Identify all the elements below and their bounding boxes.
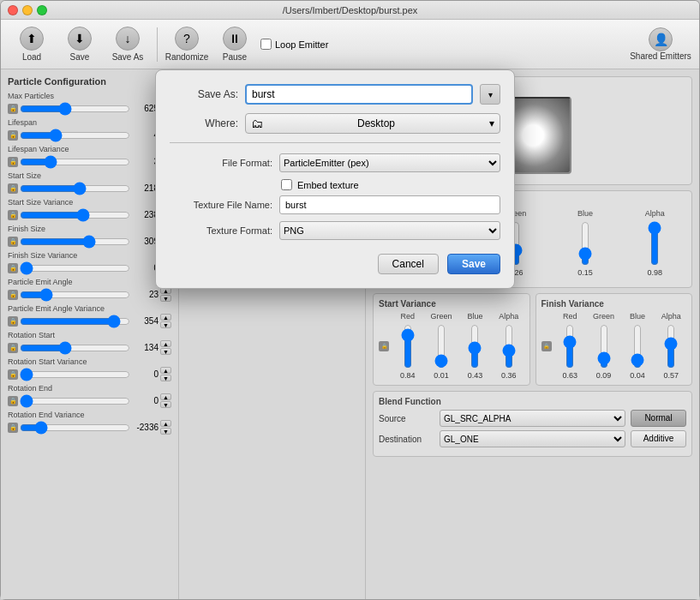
param-slider[interactable]	[20, 290, 130, 300]
stepper-down[interactable]: ▼	[160, 428, 171, 435]
channel-value: 0.36	[501, 371, 517, 380]
param-slider[interactable]	[20, 369, 130, 380]
channel-slider[interactable]	[597, 324, 611, 369]
color-channel-col: Alpha 0.57	[656, 312, 686, 380]
param-controls: 🔒 23 ▲ ▼	[8, 287, 171, 302]
save-as-location-row: Where: 🗂 Desktop ▾	[170, 113, 500, 134]
param-slider[interactable]	[20, 157, 130, 167]
lock-icon[interactable]: 🔒	[8, 343, 18, 353]
channel-slider[interactable]	[434, 324, 448, 369]
stepper-up[interactable]: ▲	[160, 367, 171, 374]
channel-label: Red	[400, 312, 415, 321]
filename-dropdown-btn[interactable]: ▾	[480, 84, 500, 105]
param-label: Rotation End Variance	[8, 411, 171, 419]
color-channel-col: Blue 0.04	[622, 312, 652, 380]
stepper-up[interactable]: ▲	[160, 393, 171, 400]
save-button[interactable]: Save	[447, 254, 500, 274]
filename-input[interactable]	[245, 84, 473, 105]
pause-button[interactable]: ⏸ Pause	[212, 24, 257, 65]
param-slider[interactable]	[20, 104, 130, 114]
param-slider[interactable]	[20, 343, 130, 353]
channel-label: Green	[431, 312, 452, 321]
color-channel-col: Red 0.84	[392, 312, 422, 380]
param-slider[interactable]	[20, 316, 130, 327]
stepper-up[interactable]: ▲	[160, 314, 171, 321]
stepper-down[interactable]: ▼	[160, 348, 171, 355]
lock-icon[interactable]: 🔒	[8, 210, 18, 220]
color-lock-icon[interactable]: 🔒	[541, 341, 552, 351]
param-value: 23	[132, 290, 159, 299]
embed-texture-checkbox[interactable]	[281, 179, 292, 190]
param-slider[interactable]	[20, 263, 130, 273]
lock-icon[interactable]: 🔒	[8, 316, 18, 327]
cancel-button[interactable]: Cancel	[378, 254, 439, 274]
channel-slider[interactable]	[502, 324, 516, 369]
lock-icon[interactable]: 🔒	[8, 157, 18, 167]
channel-slider[interactable]	[648, 221, 661, 266]
param-label: Rotation Start Variance	[8, 357, 171, 366]
lock-icon[interactable]: 🔒	[8, 104, 18, 114]
stepper-down[interactable]: ▼	[160, 375, 171, 381]
lock-icon[interactable]: 🔒	[8, 396, 18, 406]
param-slider[interactable]	[20, 183, 130, 194]
stepper-down[interactable]: ▼	[160, 295, 171, 302]
minimize-button[interactable]	[22, 5, 33, 15]
close-button[interactable]	[8, 5, 18, 15]
lock-icon[interactable]: 🔒	[8, 369, 18, 380]
channel-slider[interactable]	[631, 324, 644, 369]
location-dropdown[interactable]: 🗂 Desktop ▾	[245, 113, 500, 134]
pause-icon: ⏸	[223, 27, 247, 51]
texture-file-name-label: Texture File Name:	[170, 200, 272, 210]
file-format-select[interactable]: ParticleEmitter (pex)	[279, 153, 500, 172]
location-icon: 🗂	[251, 117, 263, 130]
channel-slider-wrap	[502, 322, 516, 369]
param-stepper: ▲ ▼	[160, 393, 171, 408]
save-as-filename-row: Save As: ▾	[170, 84, 500, 105]
channel-slider[interactable]	[468, 324, 482, 369]
param-slider[interactable]	[20, 130, 130, 141]
param-row: Rotation Start 🔒 134 ▲ ▼	[8, 331, 171, 355]
channel-slider[interactable]	[664, 324, 678, 369]
texture-filename-input[interactable]	[279, 195, 500, 214]
lock-icon[interactable]: 🔒	[8, 237, 18, 247]
normal-button[interactable]: Normal	[631, 410, 686, 427]
param-slider[interactable]	[20, 237, 130, 247]
shared-emitters-button[interactable]: 👤 Shared Emitters	[631, 27, 691, 61]
source-select[interactable]: GL_SRC_ALPHA	[440, 410, 625, 427]
param-row: Rotation End Variance 🔒 -2336 ▲ ▼	[8, 411, 171, 435]
texture-format-select[interactable]: PNG	[279, 221, 500, 240]
channel-label: Alpha	[645, 209, 665, 218]
stepper-down[interactable]: ▼	[160, 401, 171, 408]
param-slider[interactable]	[20, 423, 130, 433]
param-controls: 🔒 0 ▲ ▼	[8, 393, 171, 408]
channel-slider[interactable]	[578, 221, 592, 266]
stepper-up[interactable]: ▲	[160, 340, 171, 347]
channel-slider[interactable]	[563, 324, 577, 369]
channel-value: 0.01	[434, 371, 449, 380]
channel-slider[interactable]	[401, 324, 415, 369]
color-channel-col: Green 0.01	[426, 312, 456, 380]
stepper-down[interactable]: ▼	[160, 321, 171, 328]
param-slider[interactable]	[20, 210, 130, 220]
lock-icon[interactable]: 🔒	[8, 263, 18, 273]
load-button[interactable]: ⬆ Load	[9, 24, 54, 65]
lock-icon[interactable]: 🔒	[8, 423, 18, 433]
color-lock-icon[interactable]: 🔒	[379, 341, 389, 351]
save-as-button[interactable]: ↓ Save As	[105, 24, 150, 65]
lock-icon[interactable]: 🔒	[8, 290, 18, 300]
channel-slider-wrap	[631, 322, 644, 369]
channel-label: Blue	[467, 312, 482, 321]
stepper-up[interactable]: ▲	[160, 420, 171, 427]
channel-value: 0.84	[400, 371, 416, 380]
loop-emitter-checkbox[interactable]	[260, 39, 272, 50]
lock-icon[interactable]: 🔒	[8, 130, 18, 141]
destination-select[interactable]: GL_ONE	[440, 430, 625, 447]
maximize-button[interactable]	[37, 5, 47, 15]
additive-button[interactable]: Additive	[631, 430, 686, 447]
randomize-button[interactable]: ? Randomize	[165, 24, 209, 65]
save-button[interactable]: ⬇ Save	[57, 24, 102, 65]
param-slider[interactable]	[20, 396, 130, 406]
lock-icon[interactable]: 🔒	[8, 183, 18, 194]
channel-value: 0.04	[630, 371, 645, 380]
source-label: Source	[379, 414, 434, 423]
